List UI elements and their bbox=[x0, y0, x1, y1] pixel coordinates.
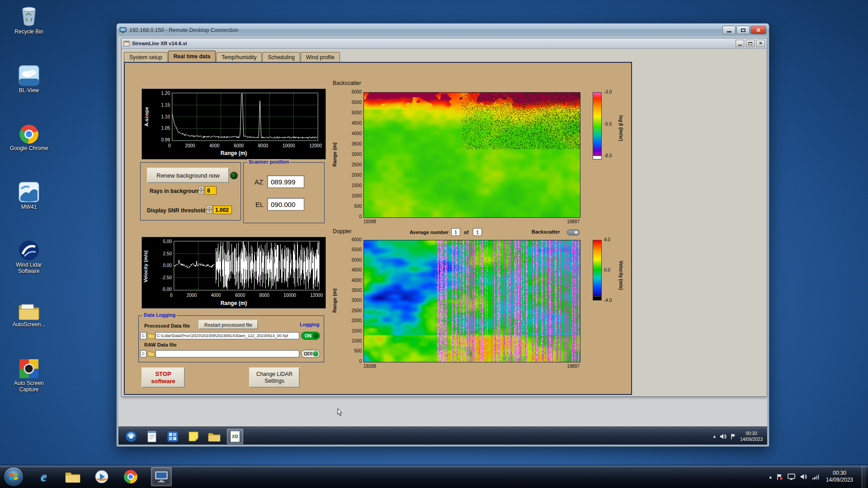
desktop-icon-google-chrome[interactable]: Google Chrome bbox=[6, 121, 52, 152]
of-label: of bbox=[464, 230, 468, 235]
svg-text:XR: XR bbox=[232, 434, 239, 439]
tick-label: -5.5 bbox=[604, 121, 612, 127]
tab-real-time-data[interactable]: Real time data bbox=[168, 51, 216, 62]
host-taskbar: e ▴ 00:30 14/09/2023 bbox=[0, 465, 868, 488]
show-hidden-icons[interactable]: ▴ bbox=[769, 474, 772, 480]
taskbar-chrome-button[interactable] bbox=[122, 467, 139, 486]
restart-processed-file-button[interactable]: Restart processed file bbox=[198, 320, 258, 329]
desktop-icon-wind-lidar-software[interactable]: Wind Lidar Software bbox=[6, 238, 52, 275]
tab-temp-humidity[interactable]: Temp/humidity bbox=[216, 52, 262, 62]
cursor bbox=[335, 408, 344, 418]
taskbar-internet-explorer-button[interactable]: e bbox=[35, 467, 52, 486]
app-titlebar[interactable]: StreamLine XR v14-6.vi ✕ bbox=[122, 38, 767, 49]
average-number-value[interactable]: 1 bbox=[451, 228, 460, 236]
remote-flag-icon[interactable] bbox=[731, 433, 736, 440]
rdp-titlebar[interactable]: 192.168.0.150 - Remote Desktop Connectio… bbox=[117, 23, 769, 37]
tick-label: 6000 bbox=[352, 237, 362, 243]
rays-in-background-value[interactable]: 8 bbox=[205, 186, 217, 195]
tick-label: 1.10 bbox=[161, 114, 170, 120]
backscatter-colorbar bbox=[593, 92, 602, 155]
raw-logging-toggle[interactable]: OFF bbox=[301, 350, 320, 358]
processed-logging-toggle[interactable]: ON bbox=[301, 332, 320, 340]
app-window-title: StreamLine XR v14-6.vi bbox=[132, 41, 735, 46]
rays-in-background-label: Rays in background bbox=[150, 188, 202, 194]
snr-spinner[interactable]: ▲▼ bbox=[207, 206, 212, 214]
rdp-window-title: 192.168.0.150 - Remote Desktop Connectio… bbox=[129, 27, 722, 33]
remote-volume-icon[interactable] bbox=[720, 433, 726, 440]
snr-threshold-value[interactable]: 1.002 bbox=[213, 206, 232, 214]
raw-data-file-path[interactable] bbox=[156, 350, 299, 357]
processed-browse-folder-icon[interactable] bbox=[147, 332, 155, 339]
desktop-icon-auto-screen-capture[interactable]: Auto Screen Capture bbox=[6, 356, 52, 393]
tick-label: 3000 bbox=[352, 297, 362, 304]
app-window-icon bbox=[123, 41, 130, 47]
tick-label: 6000 bbox=[235, 293, 245, 298]
desktop-icon-mw41[interactable]: MW41 bbox=[6, 180, 52, 211]
rdp-close-button[interactable]: ✕ bbox=[750, 26, 766, 34]
tray-volume-icon[interactable] bbox=[800, 474, 807, 480]
taskbar-media-player-button[interactable] bbox=[93, 467, 110, 486]
taskbar-remote-desktop-button[interactable] bbox=[151, 467, 172, 486]
tick-label: -5.00 bbox=[161, 286, 172, 293]
show-desktop-button[interactable] bbox=[862, 465, 866, 488]
mw41-icon bbox=[6, 180, 52, 202]
tray-monitor-icon[interactable] bbox=[788, 474, 795, 480]
app-close-button[interactable]: ✕ bbox=[756, 40, 765, 47]
backscatter-toggle-switch[interactable] bbox=[567, 230, 580, 235]
raw-drive-box[interactable]: C bbox=[140, 350, 146, 357]
velocity-chart: Velocity (m/s) 5.002.500.00-2.50-5.00 02… bbox=[142, 237, 326, 309]
doppler-x-labels: 19398 19897 bbox=[363, 364, 580, 369]
tick-label: 1.05 bbox=[161, 125, 170, 131]
rdp-maximize-button[interactable] bbox=[736, 26, 750, 34]
tab-wind-profile[interactable]: Wind profile bbox=[301, 52, 340, 62]
processed-data-file-label: Processed Data file bbox=[144, 323, 190, 328]
app-maximize-button[interactable] bbox=[746, 40, 755, 47]
remote-taskbar-browser-button[interactable] bbox=[123, 429, 139, 444]
remote-taskbar-streamline-app-button[interactable]: XR bbox=[227, 429, 243, 444]
toggle-on-label: ON bbox=[305, 333, 311, 338]
app-minimize-button[interactable] bbox=[736, 40, 744, 47]
taskbar-explorer-button[interactable] bbox=[64, 467, 81, 486]
rdp-minimize-button[interactable] bbox=[722, 26, 736, 34]
raw-browse-folder-icon[interactable] bbox=[147, 350, 155, 357]
rays-spinner[interactable]: ▲▼ bbox=[198, 186, 204, 194]
tick-label: 4000 bbox=[211, 293, 221, 298]
tick-label: 2500 bbox=[352, 308, 362, 314]
tick-label: 8000 bbox=[258, 143, 268, 148]
rdp-window-icon bbox=[119, 27, 127, 33]
tick-label: 5.00 bbox=[163, 239, 172, 245]
remote-clock[interactable]: 00:30 14/09/2023 bbox=[740, 431, 763, 442]
tab-scheduling[interactable]: Scheduling bbox=[262, 52, 300, 62]
tick-label: 4.0 bbox=[604, 237, 612, 243]
processed-drive-box[interactable]: C bbox=[140, 332, 146, 339]
of-value[interactable]: 1 bbox=[473, 228, 482, 236]
host-system-tray: ▴ 00:30 14/09/2023 bbox=[769, 465, 868, 488]
doppler-colorbar bbox=[593, 240, 602, 296]
tick-label: 2000 bbox=[187, 293, 197, 298]
renew-background-button[interactable]: Renew background now bbox=[147, 168, 229, 183]
remote-taskbar-folder-button[interactable] bbox=[206, 429, 222, 444]
desktop-icon-autoscreen[interactable]: AutoScreen... bbox=[6, 297, 52, 328]
az-value[interactable]: 089.999 bbox=[267, 175, 304, 188]
processed-data-file-path[interactable]: C:\Lidar\Data\Proc\2023\202309\20230914\… bbox=[156, 332, 299, 339]
remote-taskbar-system-button[interactable] bbox=[165, 429, 181, 444]
el-value[interactable]: 090.000 bbox=[267, 198, 304, 211]
action-center-flag-icon[interactable] bbox=[777, 474, 783, 480]
tick-label: -2.50 bbox=[161, 275, 172, 281]
rdp-window: 192.168.0.150 - Remote Desktop Connectio… bbox=[116, 23, 769, 447]
remote-taskbar-notes-button[interactable] bbox=[185, 429, 202, 444]
stop-software-button[interactable]: STOP software bbox=[142, 367, 185, 388]
start-button[interactable] bbox=[4, 467, 24, 487]
a-scope-chart: A-scope 1.201.151.101.050.99 02000400060… bbox=[142, 89, 326, 160]
tray-network-icon[interactable] bbox=[812, 474, 819, 480]
remote-taskbar-notepad-button[interactable] bbox=[144, 429, 160, 444]
desktop-icon-recycle-bin[interactable]: Recycle Bin bbox=[6, 5, 52, 35]
desktop-icon-bl-view[interactable]: BL-View bbox=[6, 63, 52, 94]
change-lidar-settings-button[interactable]: Change LiDAR Settings bbox=[249, 367, 300, 388]
backscatter-x-labels: 19398 19897 bbox=[363, 219, 580, 224]
tick-label: 3000 bbox=[352, 151, 362, 158]
remote-desktop: StreamLine XR v14-6.vi ✕ System setup Re… bbox=[118, 37, 767, 445]
remote-show-hidden-icons[interactable]: ▴ bbox=[713, 433, 716, 439]
tab-system-setup[interactable]: System setup bbox=[124, 52, 168, 62]
host-clock[interactable]: 00:30 14/09/2023 bbox=[826, 470, 853, 483]
